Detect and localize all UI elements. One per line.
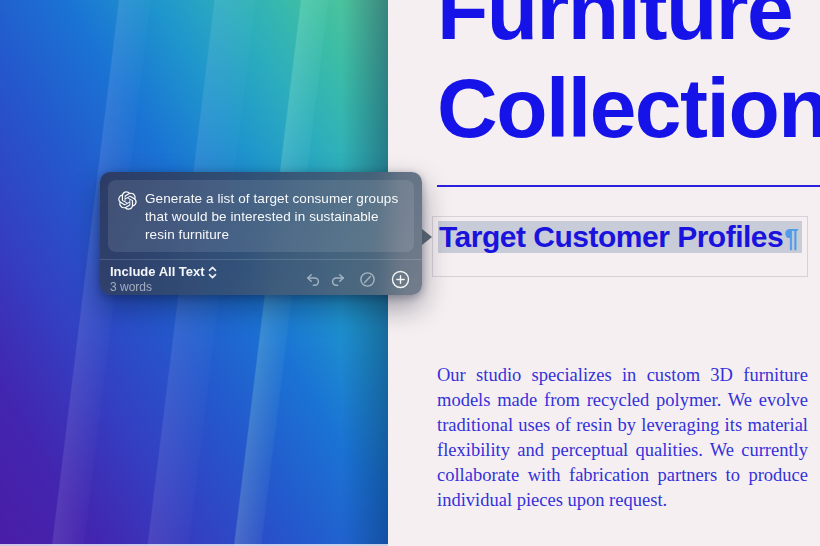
word-count: 3 words [110, 281, 217, 295]
heading-text-frame[interactable]: Target Customer Profiles¶ [432, 216, 808, 277]
popup-tail-pointer [422, 229, 432, 245]
title-divider-rule [437, 185, 820, 187]
scope-selector[interactable]: Include All Text [110, 265, 217, 280]
redo-icon [330, 272, 346, 288]
section-heading: Target Customer Profiles [439, 220, 783, 253]
undo-icon [305, 272, 321, 288]
plus-circle-icon [391, 270, 410, 289]
insert-button[interactable] [391, 270, 410, 289]
text-selection[interactable]: Target Customer Profiles¶ [438, 221, 802, 253]
slash-circle-icon [359, 271, 376, 288]
heading-line: Target Customer Profiles¶ [438, 221, 802, 253]
popup-footer: Include All Text 3 words [100, 260, 422, 295]
undo-button[interactable] [305, 272, 321, 288]
openai-logo-icon [118, 191, 137, 210]
pilcrow-mark: ¶ [784, 223, 798, 253]
prompt-bubble[interactable]: Generate a list of target consumer group… [108, 180, 414, 252]
regenerate-button[interactable] [359, 271, 376, 288]
chevron-up-down-icon [208, 266, 217, 279]
document-title: Furniture Collection [437, 0, 820, 157]
scope-label: Include All Text [110, 265, 205, 280]
body-paragraph[interactable]: Our studio specializes in custom 3D furn… [437, 363, 808, 513]
ai-prompt-popup[interactable]: Generate a list of target consumer group… [100, 172, 422, 295]
redo-button[interactable] [330, 272, 346, 288]
prompt-text: Generate a list of target consumer group… [145, 190, 403, 244]
